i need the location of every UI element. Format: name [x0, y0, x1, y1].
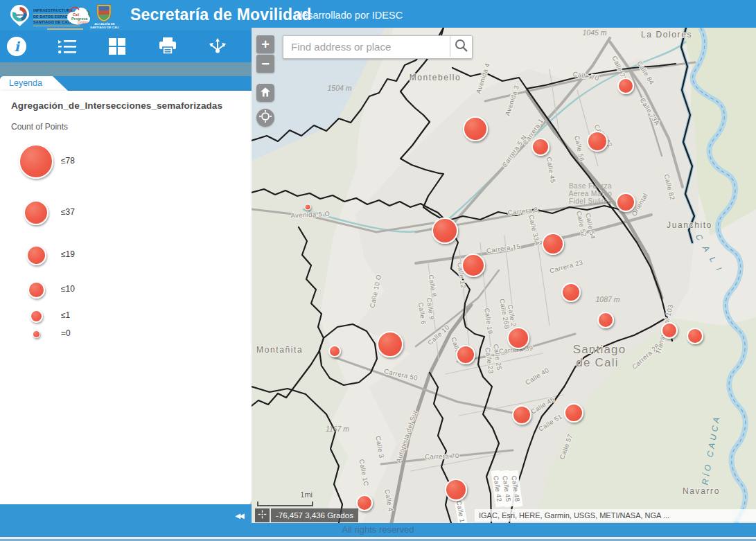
search-input[interactable]	[283, 36, 456, 57]
alcaldia-crest	[96, 3, 112, 22]
legend-class-label: ≤78	[61, 156, 75, 166]
search-button[interactable]	[450, 36, 472, 57]
intersection-bubble[interactable]	[588, 132, 607, 151]
legend-class-label: ≤19	[61, 249, 75, 259]
map-label: Santiago	[573, 343, 626, 356]
map-label: Navarro	[683, 486, 720, 496]
locate-button[interactable]	[256, 109, 274, 127]
map-label: a Montañita	[252, 345, 303, 355]
legend-class-swatch	[28, 281, 45, 299]
legend-class-label: ≤10	[61, 284, 75, 294]
legend-class-label: =0	[61, 328, 71, 338]
legend-button[interactable]	[51, 30, 83, 62]
map-label: La Dolores	[641, 30, 692, 39]
intersection-bubble[interactable]	[662, 323, 677, 338]
map-container: MontebelloLa DoloresJuanchitoNavarroa Mo…	[252, 28, 756, 523]
zoom-in-button[interactable]: +	[256, 35, 274, 53]
intersection-bubble[interactable]	[457, 346, 475, 364]
home-icon	[259, 86, 272, 98]
share-button[interactable]	[202, 30, 234, 62]
toolbar: i	[0, 30, 252, 62]
intersection-bubble[interactable]	[543, 233, 563, 254]
intersection-bubble[interactable]	[357, 495, 372, 511]
collapse-panel-button[interactable]: ◀◀	[231, 510, 247, 521]
legend-class-swatch	[30, 310, 43, 323]
share-icon	[209, 37, 227, 55]
header-bar: IDESC INFRAESTRUCTURA DE DATOS ESPACIALE…	[0, 0, 756, 30]
idesc-logo: IDESC	[9, 4, 30, 27]
map-label: de Cali	[576, 356, 618, 369]
legend-class-swatch	[26, 245, 46, 265]
map-label: 1045 m	[582, 28, 606, 37]
legend-field-label: Count of Points	[11, 122, 68, 132]
intersection-bubble[interactable]	[562, 283, 580, 301]
map-label: 1504 m	[327, 84, 351, 92]
panel-header-strip	[0, 62, 252, 76]
intersection-bubble[interactable]	[508, 328, 529, 348]
progresa-logo: Cali Progresa contigo	[66, 6, 91, 26]
scale-bar: 1mi	[257, 490, 313, 506]
home-button[interactable]	[256, 84, 274, 102]
scale-line	[257, 502, 313, 506]
app-subtitle: desarrollado por IDESC	[297, 10, 403, 21]
map-label: 1087 m	[595, 295, 619, 303]
search-icon	[454, 38, 469, 53]
locate-icon	[259, 110, 272, 123]
info-icon: i	[6, 36, 27, 57]
legend-layer-title: Agregación_de_Intersecciones_semaforizad…	[11, 100, 222, 111]
intersection-bubble[interactable]	[598, 312, 613, 328]
intersection-bubble[interactable]	[329, 346, 340, 357]
intersection-bubble[interactable]	[687, 328, 703, 344]
idesc-logo-label: IDESC	[16, 14, 24, 17]
map-label: 1167 m	[326, 425, 349, 433]
map-label: Fidel Suárez	[569, 197, 612, 205]
intersection-bubble[interactable]	[378, 332, 403, 357]
legend-list-icon	[58, 38, 77, 55]
info-button[interactable]: i	[1, 30, 33, 62]
intersection-bubble[interactable]	[513, 406, 531, 424]
search-box	[283, 35, 473, 59]
legend-tab-row: Leyenda	[0, 76, 252, 91]
map-label: Juanchito	[667, 220, 712, 230]
basemap-button[interactable]	[101, 30, 133, 62]
intersection-bubble[interactable]	[305, 204, 310, 210]
header-accent-line	[47, 28, 83, 30]
footer-bar: All rights reserved	[0, 523, 756, 537]
zoom-out-button[interactable]: −	[256, 55, 274, 73]
intersection-bubble[interactable]	[532, 139, 549, 155]
printer-icon	[158, 37, 177, 55]
intersection-bubble[interactable]	[464, 117, 487, 141]
grid-icon	[109, 38, 125, 55]
alcaldia-caption: ALCALDÍA DE SANTIAGO DE CALI	[89, 22, 121, 29]
scale-label: 1mi	[300, 490, 313, 499]
map-label: Base Fuerza	[569, 182, 612, 190]
app-window: IDESC INFRAESTRUCTURA DE DATOS ESPACIALE…	[0, 0, 756, 541]
map-attribution: IGAC, Esri, HERE, Garmin, USGS, METI/NAS…	[475, 509, 756, 522]
map-label: Montebello	[410, 73, 461, 82]
intersection-bubble[interactable]	[618, 78, 633, 94]
legend-class-swatch	[24, 200, 49, 225]
map-label: Aérea Marco	[569, 190, 613, 197]
app-title: Secretaría de Movilidad	[130, 6, 312, 24]
map-label: Carrera 70	[425, 452, 459, 461]
crosshair-icon	[258, 510, 267, 519]
progresa-label-contigo: contigo	[78, 21, 88, 24]
crosshair-icon-button[interactable]	[255, 508, 270, 522]
intersection-bubble[interactable]	[617, 193, 635, 211]
footer-text: All rights reserved	[0, 524, 756, 535]
map-canvas[interactable]: MontebelloLa DoloresJuanchitoNavarroa Mo…	[252, 28, 756, 523]
legend-panel: Agregación_de_Intersecciones_semaforizad…	[0, 91, 252, 506]
coordinates-readout: -76,457 3,436 Grados	[271, 508, 358, 522]
intersection-bubble[interactable]	[462, 254, 484, 276]
legend-class-swatch	[19, 144, 53, 179]
legend-tab[interactable]: Leyenda	[0, 76, 68, 91]
legend-class-label: ≤1	[61, 310, 70, 320]
intersection-bubble[interactable]	[432, 218, 457, 243]
intersection-bubble[interactable]	[446, 479, 466, 500]
legend-class-label: ≤37	[61, 207, 75, 217]
intersection-bubble[interactable]	[565, 404, 583, 422]
legend-class-swatch	[33, 330, 40, 338]
print-button[interactable]	[152, 30, 184, 62]
